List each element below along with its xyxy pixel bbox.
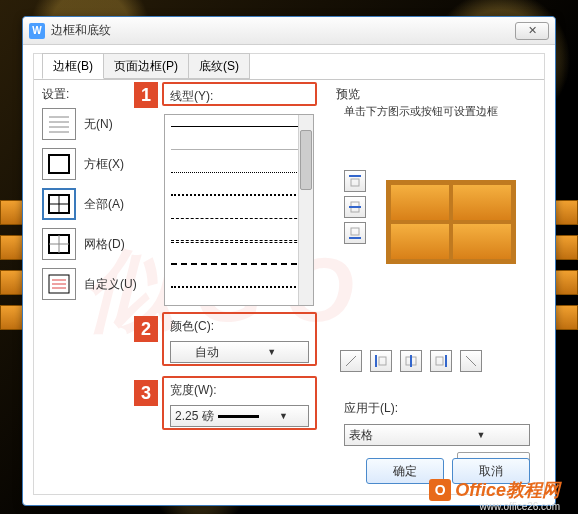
border-right-button[interactable]: [430, 350, 452, 372]
tab-strip: 边框(B) 页面边框(P) 底纹(S): [42, 53, 249, 79]
grid-icon: [42, 228, 76, 260]
preview-label: 预览: [336, 86, 360, 103]
svg-rect-26: [436, 357, 443, 365]
border-diag1-button[interactable]: [340, 350, 362, 372]
svg-rect-23: [379, 357, 386, 365]
tab-shading[interactable]: 底纹(S): [188, 53, 250, 79]
annotation-1: 1: [134, 82, 158, 108]
all-icon: [42, 188, 76, 220]
titlebar: W 边框和底纹 ✕: [23, 17, 555, 45]
settings-label: 设置:: [42, 86, 69, 103]
width-combo[interactable]: 2.25 磅 ▼: [170, 405, 309, 427]
border-diag2-button[interactable]: [460, 350, 482, 372]
border-hmiddle-button[interactable]: [344, 196, 366, 218]
line-style-label: 线型(Y):: [170, 89, 213, 103]
border-vmiddle-button[interactable]: [400, 350, 422, 372]
setting-none[interactable]: 无(N): [42, 106, 152, 142]
line-style-group: 线型(Y):: [162, 82, 317, 106]
setting-label: 自定义(U): [84, 276, 137, 293]
apply-to-combo[interactable]: 表格 ▼: [344, 424, 530, 446]
apply-to-label: 应用于(L):: [344, 400, 398, 417]
app-logo-icon: W: [29, 23, 45, 39]
svg-line-21: [346, 356, 356, 366]
svg-rect-4: [49, 155, 69, 173]
preview-buttons-vertical: [340, 166, 370, 248]
svg-rect-16: [351, 179, 359, 186]
cancel-button[interactable]: 取消: [452, 458, 530, 484]
width-label: 宽度(W):: [170, 383, 217, 397]
color-label: 颜色(C):: [170, 319, 214, 333]
setting-all[interactable]: 全部(A): [42, 186, 152, 222]
border-top-button[interactable]: [344, 170, 366, 192]
setting-custom[interactable]: 自定义(U): [42, 266, 152, 302]
setting-label: 方框(X): [84, 156, 124, 173]
width-group: 宽度(W): 2.25 磅 ▼: [162, 376, 317, 430]
scroll-thumb[interactable]: [300, 130, 312, 190]
svg-rect-19: [351, 228, 359, 235]
border-left-button[interactable]: [370, 350, 392, 372]
box-icon: [42, 148, 76, 180]
tab-border[interactable]: 边框(B): [42, 53, 104, 79]
setting-box[interactable]: 方框(X): [42, 146, 152, 182]
line-style-list[interactable]: [164, 114, 314, 306]
setting-grid[interactable]: 网格(D): [42, 226, 152, 262]
setting-label: 无(N): [84, 116, 113, 133]
preview-hint: 单击下方图示或按钮可设置边框: [344, 104, 498, 119]
tab-page-border[interactable]: 页面边框(P): [103, 53, 189, 79]
setting-label: 全部(A): [84, 196, 124, 213]
width-value: 2.25 磅: [175, 408, 214, 425]
none-icon: [42, 108, 76, 140]
window-title: 边框和底纹: [51, 22, 515, 39]
preview-buttons-horizontal: [336, 346, 486, 376]
close-button[interactable]: ✕: [515, 22, 549, 40]
custom-icon: [42, 268, 76, 300]
ok-button[interactable]: 确定: [366, 458, 444, 484]
client-area: 边框(B) 页面边框(P) 底纹(S) 似GO 设置: 无(N) 方框(X) 全…: [33, 53, 545, 495]
chevron-down-icon: ▼: [240, 347, 305, 357]
svg-line-28: [466, 356, 476, 366]
apply-to-value: 表格: [349, 427, 437, 444]
scrollbar[interactable]: [298, 115, 313, 305]
chevron-down-icon: ▼: [263, 411, 304, 421]
annotation-2: 2: [134, 316, 158, 342]
setting-label: 网格(D): [84, 236, 125, 253]
annotation-3: 3: [134, 380, 158, 406]
color-group: 颜色(C): 自动 ▼: [162, 312, 317, 366]
border-bottom-button[interactable]: [344, 222, 366, 244]
preview-sample[interactable]: [386, 180, 516, 264]
settings-list: 无(N) 方框(X) 全部(A) 网格(D) 自定义(U): [42, 106, 152, 306]
width-sample-line: [218, 415, 259, 418]
color-combo[interactable]: 自动 ▼: [170, 341, 309, 363]
borders-shading-dialog: W 边框和底纹 ✕ 边框(B) 页面边框(P) 底纹(S) 似GO 设置: 无(…: [22, 16, 556, 506]
chevron-down-icon: ▼: [437, 430, 525, 440]
color-value: 自动: [175, 344, 240, 361]
